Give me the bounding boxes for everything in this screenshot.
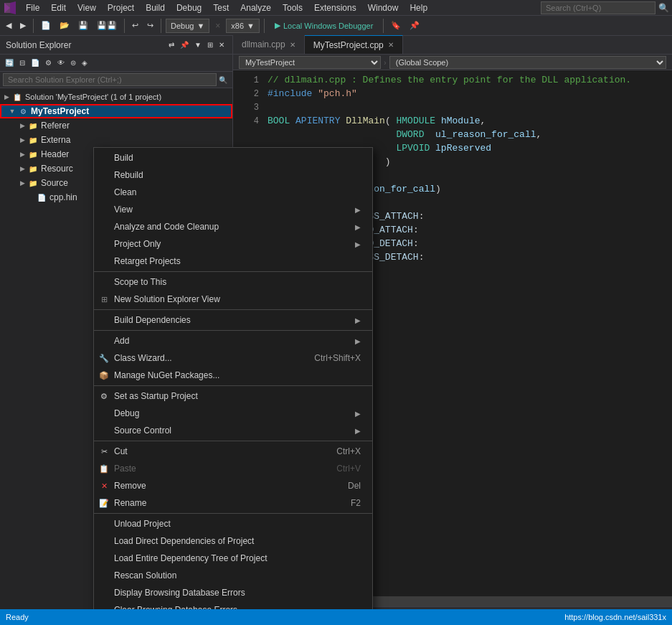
- ctx-project-only[interactable]: Project Only ▶: [94, 235, 372, 253]
- breadcrumb-file-select[interactable]: MyTestProject: [239, 56, 381, 69]
- ctx-nuget[interactable]: 📦 Manage NuGet Packages...: [94, 367, 372, 384]
- context-menu: Build Rebuild Clean View ▶ Analyze and C…: [93, 147, 373, 625]
- ctx-source-control[interactable]: Source Control ▶: [94, 422, 372, 439]
- tree-item-references[interactable]: ▶ 📁 Referer: [0, 118, 232, 133]
- ctx-class-wizard-icon: 🔧: [98, 352, 110, 364]
- global-search-input[interactable]: [541, 1, 656, 14]
- panel-undock-button[interactable]: ⊞: [205, 40, 215, 50]
- ctx-build-deps[interactable]: Build Dependencies ▶: [94, 311, 372, 329]
- solution-explorer-header: Solution Explorer ⇄ 📌 ▼ ⊞ ✕: [0, 36, 232, 55]
- back-button[interactable]: ◀: [3, 19, 14, 32]
- ctx-retarget[interactable]: Retarget Projects: [94, 253, 372, 270]
- ctx-paste[interactable]: 📋 Paste Ctrl+V: [94, 460, 372, 477]
- source-icon: 📁: [27, 177, 39, 189]
- menu-tools[interactable]: Tools: [277, 1, 308, 14]
- show-all-files-button[interactable]: 📄: [29, 58, 42, 67]
- tree-item-external[interactable]: ▶ 📁 Externa: [0, 133, 232, 147]
- toolbar-separator-4: [264, 19, 265, 33]
- platform-dropdown[interactable]: x86 ▼: [226, 19, 260, 33]
- solution-expand-arrow: ▶: [1, 93, 11, 100]
- preview-button[interactable]: 👁: [55, 58, 67, 67]
- ctx-view-label: View: [114, 205, 352, 215]
- menu-help[interactable]: Help: [404, 1, 433, 14]
- panel-sync-button[interactable]: ⇄: [166, 40, 176, 50]
- pin-button[interactable]: 📌: [407, 19, 422, 32]
- ctx-add-arrow: ▶: [355, 337, 361, 345]
- properties-button[interactable]: ⚙: [43, 58, 54, 67]
- menu-analyze[interactable]: Analyze: [235, 1, 277, 14]
- global-search-icon[interactable]: 🔍: [658, 3, 669, 13]
- breadcrumb-scope-select[interactable]: (Global Scope): [389, 56, 666, 69]
- ctx-add[interactable]: Add ▶: [94, 332, 372, 349]
- refresh-button[interactable]: 🔄: [3, 58, 16, 67]
- tab-dllmain-close[interactable]: ✕: [290, 41, 295, 49]
- ctx-scope[interactable]: Scope to This: [94, 273, 372, 291]
- ctx-rescan[interactable]: Rescan Solution: [94, 567, 372, 584]
- ctx-view[interactable]: View ▶: [94, 201, 372, 218]
- ctx-remove[interactable]: ✕ Remove Del: [94, 477, 372, 494]
- collapse-all-button[interactable]: ⊟: [17, 58, 27, 67]
- ctx-new-view[interactable]: ⊞ New Solution Explorer View: [94, 291, 372, 308]
- code-line-4: 4 BOOL APIENTRY DllMain( HMODULE hModule…: [233, 114, 672, 128]
- menu-debug[interactable]: Debug: [171, 1, 207, 14]
- ctx-display-browse[interactable]: Display Browsing Database Errors: [94, 584, 372, 601]
- ctx-rename[interactable]: 📝 Rename F2: [94, 494, 372, 512]
- menu-build[interactable]: Build: [140, 1, 171, 14]
- bookmark-button[interactable]: 🔖: [388, 19, 404, 32]
- panel-close-button[interactable]: ✕: [217, 40, 227, 50]
- save-button[interactable]: 💾: [75, 19, 91, 32]
- tab-mytestproject[interactable]: MyTestProject.cpp ✕: [305, 35, 403, 54]
- source-label: Source: [41, 178, 68, 188]
- ctx-remove-icon: ✕: [98, 480, 110, 492]
- src-expand-arrow: ▶: [17, 179, 27, 187]
- run-button[interactable]: ▶ Local Windows Debugger: [269, 19, 379, 32]
- panel-dropdown-button[interactable]: ▼: [192, 40, 204, 50]
- ctx-load-direct[interactable]: Load Direct Dependencies of Project: [94, 532, 372, 550]
- ctx-cut-label: Cut: [114, 446, 322, 456]
- line-num-4: 4: [236, 116, 259, 126]
- tab-mytestproject-close[interactable]: ✕: [388, 41, 394, 49]
- open-file-button[interactable]: 📂: [57, 19, 72, 32]
- ctx-sep-3: [94, 330, 372, 331]
- menu-test[interactable]: Test: [207, 1, 235, 14]
- new-file-button[interactable]: 📄: [38, 19, 54, 32]
- ctx-cut[interactable]: ✂ Cut Ctrl+X: [94, 443, 372, 460]
- tree-item-project[interactable]: ▼ ⚙ MyTestProject: [0, 104, 232, 118]
- ctx-debug[interactable]: Debug ▶: [94, 405, 372, 422]
- ctx-set-startup[interactable]: ⚙ Set as Startup Project: [94, 387, 372, 405]
- forward-button[interactable]: ▶: [17, 19, 29, 32]
- solution-icon: 📋: [11, 91, 23, 103]
- debug-config-dropdown[interactable]: Debug ▼: [166, 19, 209, 33]
- ctx-class-wizard[interactable]: 🔧 Class Wizard... Ctrl+Shift+X: [94, 349, 372, 367]
- ctx-rebuild[interactable]: Rebuild: [94, 166, 372, 184]
- menu-window[interactable]: Window: [362, 1, 404, 14]
- menu-file[interactable]: File: [20, 1, 45, 14]
- undo-button[interactable]: ↩: [129, 19, 141, 32]
- ctx-analyze[interactable]: Analyze and Code Cleanup ▶: [94, 218, 372, 235]
- save-all-button[interactable]: 💾💾: [94, 19, 120, 32]
- solution-explorer-search[interactable]: [3, 73, 217, 86]
- run-icon: ▶: [275, 21, 280, 30]
- resources-label: Resourc: [41, 164, 73, 174]
- menu-project[interactable]: Project: [102, 1, 140, 14]
- menu-extensions[interactable]: Extensions: [308, 1, 362, 14]
- project-label: MyTestProject: [31, 106, 89, 116]
- code-line-1: 1 // dllmain.cpp : Defines the entry poi…: [233, 73, 672, 87]
- menu-view[interactable]: View: [72, 1, 102, 14]
- panel-pin-button[interactable]: 📌: [178, 40, 191, 50]
- ctx-debug-arrow: ▶: [355, 410, 361, 418]
- tab-dllmain[interactable]: dllmain.cpp ✕: [233, 35, 305, 54]
- ctx-set-startup-label: Set as Startup Project: [114, 391, 361, 401]
- ctx-load-entire[interactable]: Load Entire Dependency Tree of Project: [94, 550, 372, 567]
- ctx-paste-shortcut: Ctrl+V: [336, 464, 361, 474]
- search-button[interactable]: 🔍: [217, 75, 229, 85]
- pending-changes-button[interactable]: ◈: [80, 58, 90, 67]
- ctx-analyze-arrow: ▶: [355, 223, 361, 231]
- menu-edit[interactable]: Edit: [45, 1, 72, 14]
- ctx-clean[interactable]: Clean: [94, 184, 372, 201]
- tree-item-solution[interactable]: ▶ 📋 Solution 'MyTestProject' (1 of 1 pro…: [0, 90, 232, 104]
- toolbar-filter-button[interactable]: ⊜: [68, 58, 78, 67]
- ctx-build[interactable]: Build: [94, 149, 372, 166]
- ctx-unload[interactable]: Unload Project: [94, 515, 372, 532]
- redo-button[interactable]: ↪: [144, 19, 156, 32]
